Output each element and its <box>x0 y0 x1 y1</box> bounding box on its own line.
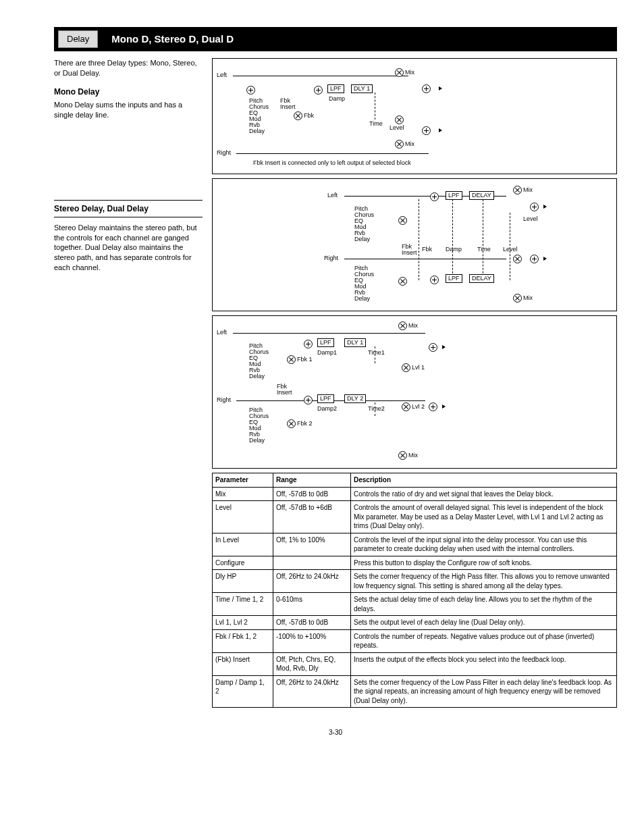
table-row: Fbk / Fbk 1, 2-100% to +100%Controls the… <box>213 629 617 652</box>
table-row: In LevelOff, 1% to 100%Controls the leve… <box>213 533 617 556</box>
dual-delay-diagram: Left Mix Pitch Chorus EQ Mod Rvb Delay F… <box>212 315 617 469</box>
table-row: Damp / Damp 1, 2Off, 26Hz to 24.0kHzSets… <box>213 675 617 708</box>
table-header-row: Parameter Range Description <box>213 473 617 488</box>
table-row: Lvl 1, Lvl 2Off, -57dB to 0dBSets the ou… <box>213 616 617 630</box>
parameter-table: Parameter Range Description MixOff, -57d… <box>212 473 617 708</box>
section-title: Mono D, Stereo D, Dual D <box>111 32 234 46</box>
stereo-dual-heading: Stereo Delay, Dual Delay <box>54 200 203 217</box>
table-row: Time / Time 1, 20-610msSets the actual d… <box>213 593 617 616</box>
col-parameter: Parameter <box>213 473 273 488</box>
mono-delay-diagram: Left Pitch Chorus EQ Mod Rvb Delay Fbk I… <box>212 58 617 174</box>
intro-text: There are three Delay types: Mono, Stere… <box>54 58 203 78</box>
col-range: Range <box>273 473 351 488</box>
col-description: Description <box>351 473 617 488</box>
mono-delay-body: Mono Delay sums the inputs and has a sin… <box>54 100 203 120</box>
table-row: MixOff, -57dB to 0dBControls the ratio o… <box>213 487 617 501</box>
stereo-delay-diagram: Left Pitch Chorus EQ Mod Rvb Delay LPF D… <box>212 178 617 311</box>
stereo-dual-body: Stereo Delay maintains the stereo path, … <box>54 223 203 273</box>
delay-tab: Delay <box>58 30 98 48</box>
table-row: LevelOff, -57dB to +6dBControls the amou… <box>213 501 617 533</box>
sidebar-text: There are three Delay types: Mono, Stere… <box>54 58 203 708</box>
table-row: ConfigurePress this button to display th… <box>213 556 617 570</box>
section-header: Delay Mono D, Stereo D, Dual D <box>54 27 617 51</box>
table-row: Dly HPOff, 26Hz to 24.0kHzSets the corne… <box>213 570 617 593</box>
mono-delay-heading: Mono Delay <box>54 86 203 97</box>
table-row: (Fbk) InsertOff, Ptch, Chrs, EQ, Mod, Rv… <box>213 652 617 675</box>
page-footer: 3-30 <box>54 728 617 737</box>
